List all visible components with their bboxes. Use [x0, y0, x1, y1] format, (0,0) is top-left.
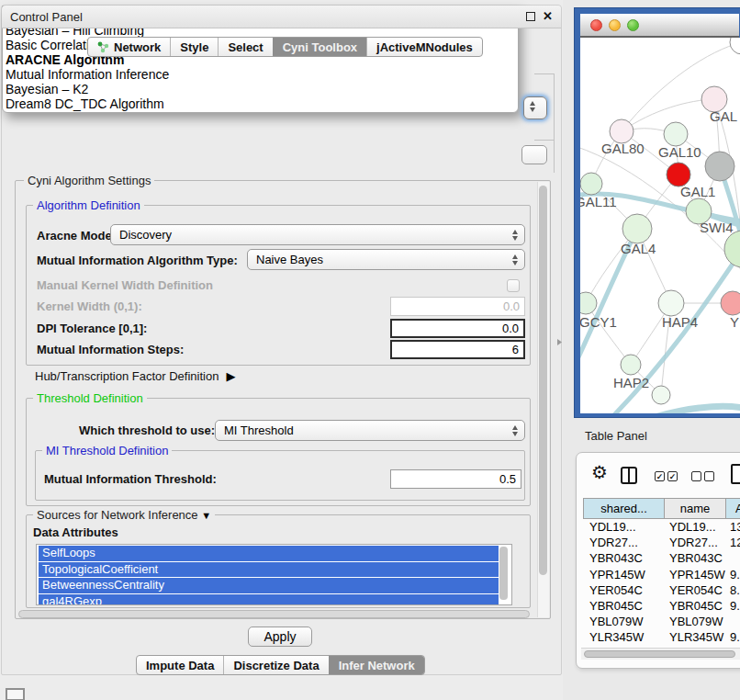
table-header-row: shared...nameA [583, 498, 740, 519]
settings-scrollbar-thumb[interactable] [539, 186, 547, 575]
select-all-icon[interactable]: ✓✓ [655, 471, 678, 481]
table-row[interactable]: YDR27...YDR27...12 [583, 535, 740, 550]
control-panel-titlebar: Control Panel ✕ [2, 6, 561, 28]
column-header-shared[interactable]: shared... [583, 498, 665, 519]
dpi-tolerance-field[interactable] [390, 319, 525, 338]
table-cell: YDR27... [583, 535, 665, 550]
network-node[interactable] [730, 38, 740, 54]
table-row[interactable]: YER054CYER054C8. [583, 582, 740, 598]
manual-kernel-checkbox[interactable] [507, 279, 520, 292]
collapsed-panel-icon[interactable] [6, 688, 25, 700]
mi-threshold-label: Mutual Information Threshold: [44, 472, 217, 486]
table-cell: 12 [726, 535, 740, 550]
stepper-icon [512, 254, 518, 265]
page-icon[interactable] [731, 464, 740, 484]
tab-select[interactable]: Select [218, 38, 272, 56]
data-attributes-label: Data Attributes [33, 525, 118, 539]
tab-network[interactable]: Network [88, 38, 170, 56]
table-horizontal-scrollbar[interactable] [581, 648, 740, 660]
tab-cyni-toolbox[interactable]: Cyni Toolbox [273, 38, 366, 56]
settings-horizontal-scrollbar[interactable] [18, 610, 530, 618]
attributes-list-scrollbar[interactable] [499, 547, 508, 600]
table-cell: YBR043C [583, 550, 665, 566]
network-node-hap2[interactable] [621, 355, 641, 375]
mi-steps-field[interactable] [390, 340, 525, 359]
split-columns-icon[interactable] [621, 467, 637, 484]
algorithm-select-fragment[interactable] [523, 96, 547, 119]
node-label-gal4: GAL4 [621, 241, 656, 256]
aracne-mode-select[interactable]: Discovery [110, 224, 525, 245]
column-header-a[interactable]: A [726, 498, 740, 519]
deselect-all-icon[interactable] [691, 471, 714, 481]
network-node-gcy1[interactable] [580, 292, 597, 314]
kernel-width-field[interactable] [390, 297, 525, 316]
zoom-traffic-light-icon[interactable] [627, 19, 639, 31]
table-scrollbar-thumb[interactable] [584, 650, 735, 658]
attribute-item-betweennesscentrality[interactable]: BetweennessCentrality [39, 578, 499, 593]
control-panel-title: Control Panel [10, 10, 83, 24]
bottom-tab-impute-data[interactable]: Impute Data [137, 656, 223, 674]
kernel-width-label: Kernel Width (0,1): [37, 299, 142, 313]
tab-style[interactable]: Style [170, 38, 218, 56]
attribute-item-gal4rgexp[interactable]: gal4RGexp [39, 594, 499, 606]
apply-button[interactable]: Apply [248, 627, 312, 647]
algorithm-option-dream8-dc-tdc-algorithm[interactable]: Dream8 DC_TDC Algorithm [3, 96, 518, 111]
network-node-gal11[interactable] [580, 173, 602, 195]
network-view-window: GALGAL80GAL10GAL11GAL1SWI4GAL4GCY1HAP4YH… [574, 7, 740, 418]
table-cell: YBL079W [583, 614, 665, 629]
table-cell: 9. [726, 567, 740, 582]
attribute-item-selfloops[interactable]: SelfLoops [39, 546, 499, 561]
table-row[interactable]: YBL079WYBL079W [583, 614, 740, 629]
mi-threshold-field[interactable] [390, 469, 521, 489]
table-select-fragment[interactable] [521, 145, 547, 164]
node-label-gal80: GAL80 [601, 141, 645, 156]
table-panel-header: Table Panel [563, 418, 740, 450]
bottom-tab-discretize-data[interactable]: Discretize Data [223, 656, 328, 674]
network-window-titlebar[interactable] [580, 14, 739, 38]
table-row[interactable]: YPR145WYPR145W9. [583, 567, 740, 582]
column-header-name[interactable]: name [665, 498, 726, 519]
network-node[interactable] [705, 152, 734, 181]
background-groupbox-edge [534, 73, 554, 74]
bottom-tab-infer-network[interactable]: Infer Network [329, 656, 424, 674]
table-cell: YPR145W [665, 567, 726, 582]
aracne-mode-value: Discovery [111, 228, 512, 242]
network-node-gal10[interactable] [664, 122, 688, 146]
which-threshold-select[interactable]: MI Threshold [215, 420, 525, 441]
table-cell: YDL19... [583, 519, 665, 535]
node-label-gcy1: GCY1 [580, 314, 617, 330]
table-row[interactable]: YLR345WYLR345W9. [583, 629, 740, 645]
float-icon[interactable] [526, 12, 535, 21]
node-label-gal: GAL [710, 108, 737, 124]
node-label-swi4: SWI4 [700, 220, 734, 235]
attribute-item-topologicalcoefficient[interactable]: TopologicalCoefficient [39, 562, 499, 578]
algorithm-definition-title: Algorithm Definition [33, 198, 144, 212]
network-node-gal4[interactable] [622, 214, 652, 243]
table-cell: YBR045C [583, 598, 665, 614]
table-cell [726, 550, 740, 566]
table-row[interactable]: YBR043CYBR043C [583, 550, 740, 566]
table-row[interactable]: YBR045CYBR045C9. [583, 598, 740, 614]
mi-algorithm-type-select[interactable]: Naive Bayes [247, 249, 525, 270]
which-threshold-value: MI Threshold [216, 423, 512, 437]
sources-title-text: Sources for Network Inference [37, 508, 198, 522]
minimize-traffic-light-icon[interactable] [609, 19, 621, 31]
network-node-hap4[interactable] [658, 290, 684, 316]
data-attributes-list[interactable]: SelfLoopsTopologicalCoefficientBetweenne… [36, 544, 512, 605]
close-traffic-light-icon[interactable] [590, 19, 602, 31]
gear-icon[interactable]: ⚙ [591, 461, 608, 483]
algorithm-option-mutual-information-inference[interactable]: Mutual Information Inference [3, 67, 518, 82]
table-cell: 13 [726, 519, 740, 535]
sources-group-title[interactable]: Sources for Network Inference ▼ [33, 508, 215, 522]
background-groupbox-edge [554, 73, 555, 173]
tab-jactivemnodules[interactable]: jActiveMNodules [366, 38, 482, 56]
tab-label: jActiveMNodules [376, 40, 473, 54]
network-node-y[interactable] [721, 291, 740, 315]
hub-definition-toggle[interactable]: Hub/Transcription Factor Definition▶ [35, 369, 235, 383]
table-row[interactable]: YDL19...YDL19...13 [583, 519, 740, 535]
network-node[interactable] [652, 386, 670, 404]
algorithm-option-bayesian-k2[interactable]: Bayesian – K2 [3, 82, 518, 96]
close-icon[interactable]: ✕ [543, 9, 553, 23]
network-node-swi4[interactable] [724, 231, 740, 267]
network-canvas[interactable]: GALGAL80GAL10GAL11GAL1SWI4GAL4GCY1HAP4YH… [580, 38, 740, 413]
